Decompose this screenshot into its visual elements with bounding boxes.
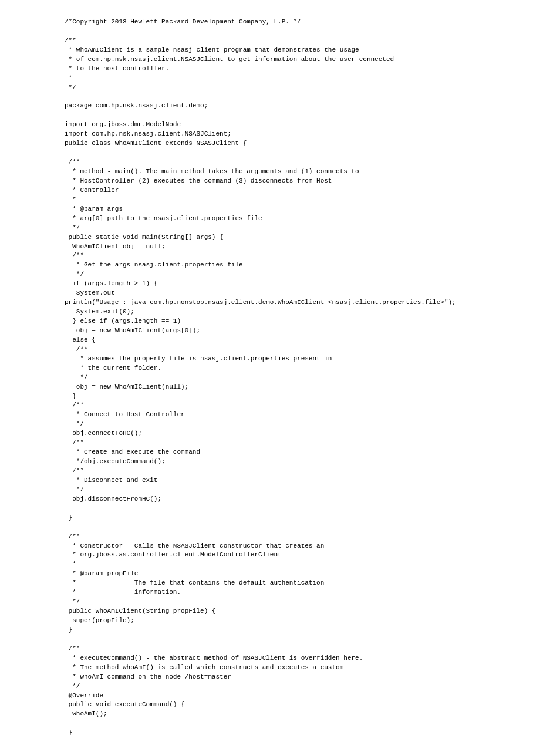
code-area: /*Copyright 2013 Hewlett-Packard Develop…: [0, 18, 560, 746]
code-content: /*Copyright 2013 Hewlett-Packard Develop…: [65, 18, 542, 746]
page-container: /*Copyright 2013 Hewlett-Packard Develop…: [0, 0, 560, 746]
